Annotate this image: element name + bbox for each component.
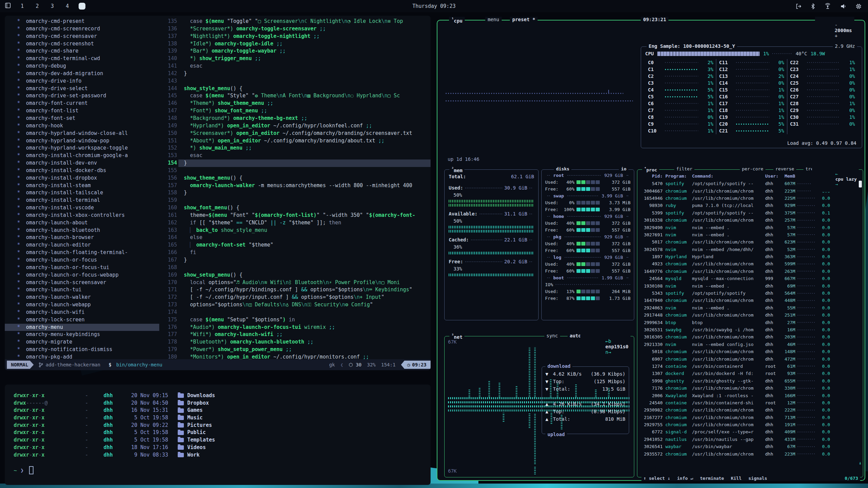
active-workspace-indicator[interactable] <box>79 3 85 10</box>
file-list-item[interactable]: *omarchy-cmd-terminal-cwd <box>5 55 159 62</box>
code-line[interactable] <box>178 167 431 175</box>
process-row[interactable]: 24564mysqldmysqld --max-connection999667… <box>641 275 860 282</box>
shell-prompt[interactable]: ~ ❯ <box>14 466 431 474</box>
process-row[interactable]: 3016338chromium/usr/lib/chromium/chromdh… <box>641 217 860 224</box>
file-list-item[interactable]: *omarchy-font-set <box>5 115 159 122</box>
code-line[interactable]: [ -f ~/.config/hypr/bindings.conf ] && o… <box>178 286 431 294</box>
process-row[interactable]: 2917448chromium/usr/lib/chromium/chromdh… <box>641 311 860 319</box>
net-sync-toggle[interactable]: sync <box>544 333 560 338</box>
file-list-item[interactable]: *omarchy-launch-or-focus <box>5 256 159 264</box>
folder-name[interactable]: Music <box>187 414 203 422</box>
file-list-item[interactable]: *omarchy-launch-editor <box>5 241 159 249</box>
file-list-item[interactable]: *omarchy-hyprland-window-close-all <box>5 130 159 137</box>
tab-disks[interactable]: disks <box>554 166 571 171</box>
code-line[interactable]: ▏ omarchy-font-set "$theme" <box>178 241 431 249</box>
network-icon[interactable] <box>824 3 831 10</box>
tab-io[interactable]: io <box>619 166 628 171</box>
code-line[interactable]: theme=$(menu "Font" "$(omarchy-font-list… <box>178 212 431 219</box>
code-line[interactable]: fi <box>178 249 431 256</box>
code-line[interactable]: *Wifi*) omarchy-launch-wifi ;; <box>178 331 431 338</box>
interval-increase[interactable]: + <box>835 33 837 39</box>
code-line[interactable]: local options="♬ Audio\n≋ Wifi\nᛒ Blueto… <box>178 279 431 287</box>
proc-filter-button[interactable]: filter <box>674 166 694 171</box>
file-list-item[interactable]: *omarchy-install-dropbox <box>5 175 159 182</box>
process-row[interactable]: 5343spotify/opt/spotify/spotifydhh564M0.… <box>641 290 860 297</box>
code-line[interactable]: *Bluetooth*) omarchy-launch-bluetooth ;; <box>178 338 431 346</box>
workspace-3[interactable]: 3 <box>49 3 56 9</box>
editor-buffer[interactable]: *omarchy-cmd-present135 case $(menu "Tog… <box>5 16 431 359</box>
file-list-item[interactable]: *omarchy-install-chromium-google-a <box>5 152 159 159</box>
process-row[interactable]: 2930982chromium/usr/lib/chromium/chromdh… <box>641 406 860 414</box>
process-row[interactable]: 3027691nvimnvim --embed .dhh57M0.0 <box>641 231 860 238</box>
code-line[interactable]: omarchy-launch-walker -m menus:omarchyth… <box>178 182 431 190</box>
code-line[interactable]: *Idle*) omarchy-toggle-idle ;; <box>178 40 431 48</box>
kill-hint[interactable]: Kill <box>731 476 742 481</box>
process-row[interactable]: 3026531swaybg/usr/bin/swaybg -i /homdhh1… <box>641 326 860 333</box>
folder-name[interactable]: Pictures <box>187 422 212 429</box>
tab-cpu[interactable]: ¹cpu <box>449 17 465 24</box>
process-row[interactable]: 6772signal-d/proc/self/exe --type=rdhh40… <box>641 428 860 435</box>
file-list-item[interactable]: *omarchy-launch-about <box>5 219 159 227</box>
file-list-item[interactable]: *omarchy-launch-wifi <box>5 309 159 316</box>
process-row[interactable]: 2929755chromium/usr/lib/chromium/chromdh… <box>641 421 860 428</box>
folder-name[interactable]: Downloads <box>187 392 215 400</box>
proc-percore-toggle[interactable]: per-core <box>740 166 765 171</box>
process-row[interactable]: 2941052nautilus/usr/bin/nautilus --gapdh… <box>641 436 860 443</box>
file-list-item[interactable]: *omarchy-install-tailscale <box>5 189 159 197</box>
process-row[interactable]: 1307dockerd/usr/bin/dockerd -H fd:root93… <box>641 370 860 377</box>
file-list-item[interactable]: *omarchy-cmd-screenshot <box>5 40 159 48</box>
code-line[interactable]: case $(menu "Setup" "$options") in <box>178 316 431 324</box>
code-line[interactable]: *) show_main_menu ;; <box>178 144 431 152</box>
code-line[interactable]: [ -f ~/.config/hypr/input.conf ] && opti… <box>178 294 431 301</box>
folder-name[interactable]: Dropbox <box>187 400 209 407</box>
process-row[interactable]: 1897HyprlandHyprlanddhh363M0.0 <box>641 253 860 260</box>
file-list-item[interactable]: *omarchy-drive-select <box>5 85 159 93</box>
logout-icon[interactable] <box>795 3 802 10</box>
process-row[interactable]: 5998ghostty/usr/bin/ghostty --gtk-dhh655… <box>641 377 860 385</box>
interval-decrease[interactable]: - <box>835 22 837 28</box>
process-row[interactable]: 5018chromium/usr/lib/chromium/chromdhh14… <box>641 348 860 355</box>
process-row[interactable]: 4923chromium/usr/lib/chromium/chromdhh59… <box>641 260 860 267</box>
code-line[interactable]: *Nightlight*) omarchy-toggle-nightlight … <box>178 33 431 40</box>
process-row[interactable]: 2006XwaylandXwayland :1 -rootless -dhh16… <box>641 392 860 399</box>
process-row[interactable]: 3024578nvimnvim --embed /home/dhh/dhh52M… <box>641 246 860 253</box>
process-row[interactable]: 24540containe/usr/bin/containerd-shiroot… <box>641 399 860 406</box>
process-row[interactable]: 2935572chromium/usr/lib/chromium/chromdh… <box>641 450 860 457</box>
process-row[interactable]: 1654946chromium/usr/lib/chromium/chromdh… <box>641 195 860 202</box>
code-line[interactable]: } <box>178 70 431 78</box>
terminal-cursor[interactable] <box>29 466 33 474</box>
file-list-item[interactable]: *omarchy-launch-screensaver <box>5 279 159 287</box>
process-row[interactable]: 5399spotify/opt/spotify/spotify --dhh375… <box>641 209 860 217</box>
process-row[interactable]: 2167277chromium/usr/lib/chromium/chromdh… <box>641 414 860 421</box>
file-list-item[interactable]: *omarchy-font-list <box>5 107 159 115</box>
code-line[interactable] <box>178 197 431 204</box>
code-line[interactable]: } <box>178 159 431 167</box>
code-line[interactable]: if [[ "$theme" == "CNCLD" || -z "$theme"… <box>178 219 431 227</box>
code-line[interactable]: *Screensaver*) open_in_editor ~/.config/… <box>178 130 431 137</box>
file-list-item[interactable]: *omarchy-install-dev-env <box>5 159 159 167</box>
file-list-item[interactable]: *omarchy-launch-bluetooth <box>5 227 159 234</box>
file-list-item[interactable]: *omarchy-install-terminal <box>5 197 159 204</box>
process-row[interactable]: 2924063nvimnvim --embed .dhh55M0.0 <box>641 304 860 311</box>
file-list-item[interactable]: *omarchy-lock-screen <box>5 316 159 324</box>
code-line[interactable]: *Audio*) omarchy-launch-or-focus-tui wir… <box>178 324 431 331</box>
process-row[interactable]: 3016305chromium/usr/lib/chromium/chromdh… <box>641 333 860 340</box>
file-list-item[interactable]: *omarchy-font-current <box>5 100 159 107</box>
folder-name[interactable]: Public <box>187 429 206 436</box>
code-line[interactable]: *About*) open_in_editor ~/.config/omarch… <box>178 137 431 145</box>
file-list-item[interactable]: *omarchy-menu <box>5 324 159 331</box>
file-list-item[interactable]: *omarchy-drive-info <box>5 78 159 85</box>
file-list-item[interactable]: *omarchy-hyprland-workspace-toggle <box>5 144 159 152</box>
process-row[interactable]: 1274containe/usr/bin/containerdroot61M0.… <box>641 363 860 370</box>
volume-icon[interactable] <box>840 3 846 10</box>
code-line[interactable]: esac <box>178 62 431 70</box>
file-list-item[interactable]: *omarchy-launch-or-focus-webapp <box>5 271 159 279</box>
code-line[interactable]: esac <box>178 152 431 159</box>
file-list-item[interactable]: *omarchy-menu-keybindings <box>5 331 159 338</box>
code-line[interactable]: ▏ back_to show_style_menu <box>178 227 431 234</box>
file-list-item[interactable]: *omarchy-launch-walker <box>5 294 159 301</box>
code-line[interactable]: } <box>178 256 431 264</box>
process-row[interactable]: 6907chromium/usr/lib/chromium/chromdhh47… <box>641 355 860 362</box>
file-list-item[interactable]: *omarchy-pkg-add <box>5 353 159 359</box>
workspace-4[interactable]: 4 <box>64 3 71 9</box>
